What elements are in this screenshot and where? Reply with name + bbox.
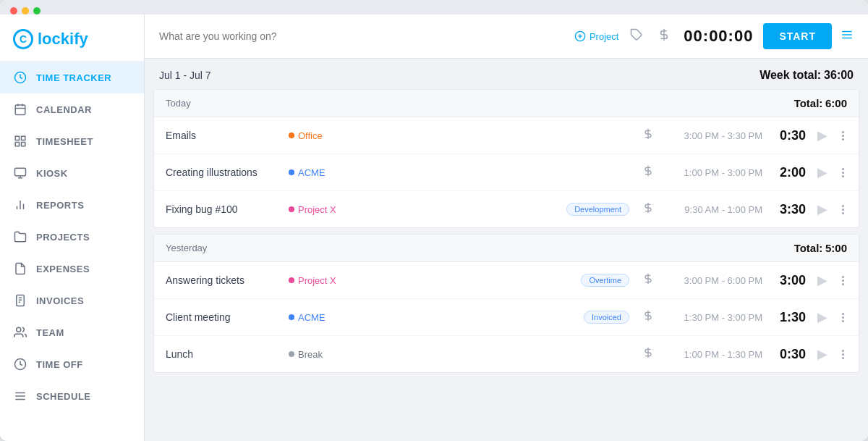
sidebar-label-schedule: SCHEDULE	[36, 391, 91, 402]
project-name: Office	[298, 130, 323, 141]
play-button[interactable]: ▶	[813, 201, 832, 217]
time-range: 1:00 PM - 3:00 PM	[661, 167, 762, 178]
yesterday-label: Yesterday	[166, 243, 207, 253]
svg-point-19	[17, 327, 21, 332]
add-project-button[interactable]: Project	[574, 30, 618, 42]
svg-rect-7	[15, 143, 19, 146]
sidebar-label-team: TEAM	[36, 327, 64, 338]
expenses-icon	[13, 261, 27, 276]
projects-icon	[13, 230, 27, 244]
sidebar-label-invoices: INVOICES	[36, 295, 84, 306]
time-range: 3:00 PM - 3:30 PM	[661, 130, 762, 141]
billable-entry-icon[interactable]	[642, 165, 654, 180]
billable-entry-icon[interactable]	[642, 273, 654, 287]
entry-name: Emails	[166, 130, 281, 141]
project-dot	[289, 169, 294, 175]
sidebar-item-time-tracker[interactable]: TIME TRACKER	[0, 62, 144, 93]
task-input[interactable]	[159, 30, 566, 42]
more-menu-button[interactable]	[839, 350, 847, 359]
entry-row: Creating illustrations ACME 1:00 PM - 3:…	[154, 154, 859, 191]
sidebar-item-team[interactable]: TEAM	[0, 316, 144, 348]
clock-icon	[13, 70, 27, 85]
entry-project: ACME	[289, 167, 326, 178]
kiosk-icon	[13, 166, 27, 180]
more-menu-button[interactable]	[839, 168, 847, 177]
more-menu-button[interactable]	[839, 205, 847, 214]
entry-name: Fixing bug #100	[166, 203, 281, 215]
entry-row: Answering tickets Project X Overtime 3:0…	[154, 262, 859, 299]
duration: 2:00	[770, 165, 806, 180]
view-toggle-icon[interactable]	[841, 28, 854, 45]
week-range: Jul 1 - Jul 7	[159, 70, 211, 81]
entry-project: Office	[289, 130, 323, 141]
sidebar-label-reports: REPORTS	[36, 200, 84, 211]
sidebar-item-invoices[interactable]: INVOICES	[0, 285, 144, 316]
play-button[interactable]: ▶	[813, 127, 832, 143]
today-total: Total: 6:00	[794, 97, 847, 109]
time-range: 1:30 PM - 3:00 PM	[661, 312, 762, 323]
tag-badge: Invoiced	[584, 311, 629, 324]
duration: 3:00	[770, 273, 806, 288]
add-project-label: Project	[590, 31, 618, 42]
sidebar-label-kiosk: KIOSK	[36, 168, 68, 179]
project-dot	[289, 277, 294, 283]
duration: 3:30	[770, 202, 806, 217]
calendar-icon	[13, 102, 27, 117]
play-button[interactable]: ▶	[813, 164, 832, 180]
svg-rect-5	[15, 136, 19, 140]
close-button[interactable]	[10, 7, 17, 14]
sidebar-item-reports[interactable]: REPORTS	[0, 189, 144, 221]
entry-name: Answering tickets	[166, 274, 281, 286]
billable-entry-icon[interactable]	[642, 128, 654, 143]
invoices-icon	[13, 293, 27, 308]
sidebar-item-calendar[interactable]: CALENDAR	[0, 93, 144, 125]
today-header: Today Total: 6:00	[154, 90, 859, 117]
sidebar-label-time-off: TIME OFF	[36, 359, 83, 370]
more-menu-button[interactable]	[839, 131, 847, 140]
entry-name: Client meeting	[166, 311, 281, 323]
yesterday-total: Total: 5:00	[794, 242, 847, 254]
duration: 0:30	[770, 347, 806, 362]
today-label: Today	[166, 98, 191, 109]
week-header: Jul 1 - Jul 7 Week total: 36:00	[145, 62, 868, 89]
entry-name: Lunch	[166, 348, 281, 360]
play-button[interactable]: ▶	[813, 346, 832, 362]
entry-project: Project X	[289, 204, 336, 215]
time-range: 9:30 AM - 1:00 PM	[661, 204, 762, 215]
maximize-button[interactable]	[33, 7, 41, 14]
minimize-button[interactable]	[22, 7, 29, 14]
sidebar-item-kiosk[interactable]: KIOSK	[0, 157, 144, 189]
sidebar-item-time-off[interactable]: TIME OFF	[0, 348, 144, 380]
timesheet-icon	[13, 134, 27, 148]
project-name: Project X	[298, 204, 336, 215]
tag-icon[interactable]	[627, 28, 646, 45]
billable-entry-icon[interactable]	[642, 310, 654, 324]
sidebar-label-time-tracker: TIME TRACKER	[36, 72, 111, 83]
more-menu-button[interactable]	[839, 276, 847, 285]
project-dot	[289, 314, 294, 320]
more-menu-button[interactable]	[839, 313, 847, 322]
entry-row: Client meeting ACME Invoiced 1:30 PM - 3…	[154, 299, 859, 336]
play-button[interactable]: ▶	[813, 309, 832, 325]
start-button[interactable]: START	[763, 23, 832, 49]
today-section: Today Total: 6:00 Emails Office	[153, 89, 859, 228]
svg-rect-8	[22, 143, 25, 146]
billable-entry-icon[interactable]	[642, 347, 654, 361]
svg-rect-9	[15, 168, 26, 176]
time-off-icon	[13, 357, 27, 371]
sidebar-item-expenses[interactable]: EXPENSES	[0, 253, 144, 285]
sidebar-item-schedule[interactable]: SCHEDULE	[0, 380, 144, 412]
project-dot	[289, 351, 294, 357]
sidebar-label-expenses: EXPENSES	[36, 264, 90, 274]
play-button[interactable]: ▶	[813, 272, 832, 288]
billable-icon[interactable]	[655, 28, 673, 45]
main-content: Project 00:00:00 START Jul 1 - Jul 7	[145, 14, 868, 441]
time-range: 3:00 PM - 6:00 PM	[661, 275, 762, 286]
billable-entry-icon[interactable]	[642, 202, 654, 217]
sidebar-item-projects[interactable]: PROJECTS	[0, 221, 144, 253]
sidebar: C lockify TIME TRACKER CALENDAR	[0, 14, 145, 441]
yesterday-section: Yesterday Total: 5:00 Answering tickets …	[153, 234, 859, 373]
sidebar-item-timesheet[interactable]: TIMESHEET	[0, 125, 144, 157]
entry-row: Lunch Break 1:00 PM - 1:30 PM 0:30 ▶	[154, 336, 859, 372]
duration: 0:30	[770, 128, 806, 143]
